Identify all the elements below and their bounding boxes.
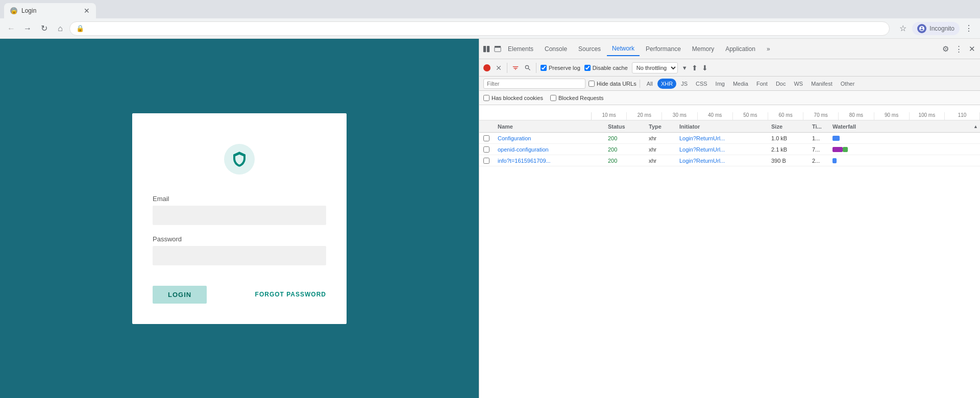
- filter-icon[interactable]: [511, 64, 520, 72]
- back-button[interactable]: ←: [4, 21, 18, 36]
- has-blocked-cookies-input[interactable]: [483, 95, 489, 101]
- th-status[interactable]: Status: [606, 123, 647, 130]
- export-har-icon[interactable]: ⬇: [702, 64, 708, 72]
- waterfall-bar-1: [832, 136, 840, 141]
- tl-label-110: 110: [945, 112, 980, 120]
- filter-js-button[interactable]: JS: [677, 79, 691, 89]
- active-tab[interactable]: 🔒 Login ✕: [4, 3, 96, 18]
- main-area: Email Password LOGIN FORGOT PASSWORD: [0, 39, 980, 398]
- has-blocked-cookies-label: Has blocked cookies: [492, 95, 543, 101]
- tab-label: Login: [21, 7, 36, 14]
- table-row[interactable]: Configuration 200 xhr Login?ReturnUrl...…: [479, 133, 980, 144]
- filter-media-button[interactable]: Media: [729, 79, 752, 89]
- disable-cache-label: Disable cache: [593, 65, 628, 71]
- hide-data-urls-input[interactable]: [589, 81, 595, 87]
- tl-label-60: 60 ms: [768, 112, 803, 120]
- row-time-2: 7...: [810, 146, 830, 153]
- filter-input[interactable]: [483, 79, 585, 89]
- email-input[interactable]: [153, 206, 326, 225]
- tab-performance[interactable]: Performance: [641, 42, 686, 56]
- filter-manifest-button[interactable]: Manifest: [807, 79, 836, 89]
- th-initiator[interactable]: Initiator: [677, 123, 769, 130]
- import-har-icon[interactable]: ⬆: [692, 64, 698, 72]
- row-time-3: 2...: [810, 158, 830, 164]
- th-name[interactable]: Name: [494, 123, 606, 130]
- tl-label-50: 50 ms: [733, 112, 768, 120]
- tab-sources[interactable]: Sources: [573, 42, 606, 56]
- close-devtools-icon[interactable]: ✕: [966, 43, 978, 55]
- row-name-2: openid-configuration: [494, 146, 606, 153]
- filter-css-button[interactable]: CSS: [692, 79, 711, 89]
- filter-other-button[interactable]: Other: [837, 79, 859, 89]
- forgot-password-button[interactable]: FORGOT PASSWORD: [255, 291, 326, 298]
- row-checkbox-1[interactable]: [479, 135, 494, 141]
- tab-more[interactable]: »: [762, 42, 775, 56]
- password-input[interactable]: [153, 246, 326, 265]
- settings-icon[interactable]: ⚙: [939, 43, 951, 55]
- th-type[interactable]: Type: [647, 123, 677, 130]
- th-time[interactable]: Ti...: [810, 123, 830, 130]
- th-waterfall[interactable]: Waterfall ▲: [830, 123, 980, 130]
- filter-font-button[interactable]: Font: [753, 79, 771, 89]
- th-size[interactable]: Size: [769, 123, 810, 130]
- filter-bar: Hide data URLs All XHR JS CSS Img Media …: [479, 77, 980, 91]
- waterfall-bar-2b: [843, 147, 848, 152]
- more-options-icon[interactable]: ⋮: [952, 43, 965, 55]
- blocked-requests-checkbox[interactable]: Blocked Requests: [550, 95, 604, 101]
- row-checkbox-3[interactable]: [479, 158, 494, 164]
- more-button[interactable]: ⋮: [962, 21, 976, 36]
- form-actions: LOGIN FORGOT PASSWORD: [153, 286, 326, 304]
- filter-ws-button[interactable]: WS: [790, 79, 806, 89]
- disable-cache-checkbox[interactable]: Disable cache: [584, 65, 628, 71]
- timeline-ruler: 10 ms 20 ms 30 ms 40 ms 50 ms 60 ms 70 m…: [479, 105, 980, 120]
- tl-label-10: 10 ms: [592, 112, 627, 120]
- clear-button[interactable]: [495, 64, 503, 72]
- login-card: Email Password LOGIN FORGOT PASSWORD: [132, 113, 347, 324]
- tab-favicon: 🔒: [10, 7, 17, 14]
- row-size-3: 390 B: [769, 158, 810, 164]
- filter-xhr-button[interactable]: XHR: [657, 79, 676, 89]
- filter-all-button[interactable]: All: [643, 79, 656, 89]
- hide-data-urls-checkbox[interactable]: Hide data URLs: [589, 81, 636, 87]
- table-row[interactable]: info?t=1615961709... 200 xhr Login?Retur…: [479, 155, 980, 166]
- tab-close-button[interactable]: ✕: [84, 7, 90, 15]
- dock-icon[interactable]: [482, 45, 491, 53]
- address-bar[interactable]: 🔒: [69, 21, 890, 36]
- svg-rect-2: [495, 47, 501, 52]
- undock-icon[interactable]: [494, 45, 502, 53]
- filter-doc-button[interactable]: Doc: [772, 79, 790, 89]
- row-checkbox-2[interactable]: [479, 146, 494, 153]
- forward-button[interactable]: →: [20, 21, 35, 36]
- tab-memory-label: Memory: [692, 45, 714, 53]
- table-body: Configuration 200 xhr Login?ReturnUrl...…: [479, 133, 980, 398]
- tab-console[interactable]: Console: [540, 42, 572, 56]
- tab-network[interactable]: Network: [607, 42, 640, 56]
- preserve-log-checkbox[interactable]: Preserve log: [541, 65, 580, 71]
- tab-memory[interactable]: Memory: [687, 42, 719, 56]
- has-blocked-cookies-checkbox[interactable]: Has blocked cookies: [483, 95, 543, 101]
- bookmark-button[interactable]: ☆: [896, 21, 910, 36]
- tab-elements[interactable]: Elements: [503, 42, 538, 56]
- throttle-select[interactable]: No throttling Fast 3G Slow 3G Offline: [632, 62, 678, 73]
- waterfall-bar-2a: [832, 147, 843, 152]
- preserve-log-input[interactable]: [541, 65, 547, 71]
- tab-application[interactable]: Application: [720, 42, 761, 56]
- devtools-right-actions: ⚙ ⋮ ✕: [939, 43, 978, 55]
- search-icon[interactable]: [524, 64, 532, 72]
- address-input[interactable]: [86, 24, 883, 32]
- row-type-1: xhr: [647, 135, 677, 141]
- login-button[interactable]: LOGIN: [153, 286, 207, 304]
- tl-label-30: 30 ms: [662, 112, 697, 120]
- tab-elements-label: Elements: [508, 45, 533, 53]
- home-button[interactable]: ⌂: [53, 21, 67, 36]
- incognito-label: Incognito: [929, 25, 954, 32]
- disable-cache-input[interactable]: [584, 65, 591, 71]
- tl-label-20: 20 ms: [627, 112, 662, 120]
- record-button[interactable]: [483, 64, 491, 71]
- reload-button[interactable]: ↻: [37, 21, 51, 36]
- nav-right-actions: ☆ Incognito ⋮: [896, 21, 976, 36]
- filter-img-button[interactable]: Img: [712, 79, 728, 89]
- blocked-requests-input[interactable]: [550, 95, 556, 101]
- table-row[interactable]: openid-configuration 200 xhr Login?Retur…: [479, 144, 980, 155]
- password-label: Password: [153, 235, 326, 243]
